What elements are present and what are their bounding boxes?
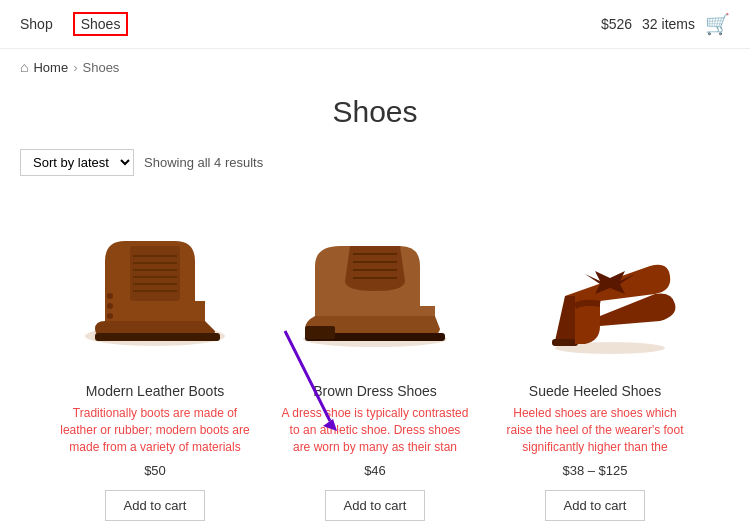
- nav-shoes[interactable]: Shoes: [73, 12, 129, 36]
- product-name-boots: Modern Leather Boots: [86, 383, 225, 399]
- cart-icon[interactable]: 🛒: [705, 12, 730, 36]
- product-description-boots: Traditionally boots are made of leather …: [60, 405, 250, 455]
- product-price-boots: $50: [144, 463, 166, 478]
- product-name-heels: Suede Heeled Shoes: [529, 383, 661, 399]
- add-to-cart-heels[interactable]: Add to cart: [545, 490, 646, 521]
- page-title: Shoes: [0, 85, 750, 144]
- product-image-boots: [65, 201, 245, 371]
- svg-rect-1: [130, 246, 180, 301]
- product-card-dress: Brown Dress Shoes A dress shoe is typica…: [265, 191, 485, 527]
- home-icon: ⌂: [20, 59, 28, 75]
- cart-items-count: 32 items: [642, 16, 695, 32]
- cart-total: $526: [601, 16, 632, 32]
- product-description-heels: Heeled shoes are shoes which raise the h…: [500, 405, 690, 455]
- product-description-dress: A dress shoe is typically contrasted to …: [280, 405, 470, 455]
- product-card-heels: Suede Heeled Shoes Heeled shoes are shoe…: [485, 191, 705, 527]
- sort-select[interactable]: Sort by latest: [20, 149, 134, 176]
- breadcrumb-current: Shoes: [83, 60, 120, 75]
- sort-bar: Sort by latest Showing all 4 results: [0, 144, 750, 191]
- breadcrumb-separator: ›: [73, 60, 77, 75]
- svg-rect-20: [552, 339, 578, 346]
- product-price-heels: $38 – $125: [562, 463, 627, 478]
- product-image-heels: [505, 201, 685, 371]
- breadcrumb-home[interactable]: Home: [33, 60, 68, 75]
- nav-shop[interactable]: Shop: [20, 16, 53, 32]
- add-to-cart-boots[interactable]: Add to cart: [105, 490, 206, 521]
- product-price-dress: $46: [364, 463, 386, 478]
- header-cart-area: $526 32 items 🛒: [601, 12, 730, 36]
- product-name-dress: Brown Dress Shoes: [313, 383, 437, 399]
- breadcrumb: ⌂ Home › Shoes: [0, 49, 750, 85]
- svg-rect-8: [95, 333, 220, 341]
- header-navigation: Shop Shoes: [20, 12, 128, 36]
- svg-point-10: [107, 303, 113, 309]
- svg-rect-18: [305, 326, 335, 339]
- svg-point-9: [107, 313, 113, 319]
- products-grid: Modern Leather Boots Traditionally boots…: [0, 191, 750, 527]
- results-count: Showing all 4 results: [144, 155, 263, 170]
- product-image-dress: [285, 201, 465, 371]
- add-to-cart-dress[interactable]: Add to cart: [325, 490, 426, 521]
- header: Shop Shoes $526 32 items 🛒: [0, 0, 750, 49]
- product-card-boots: Modern Leather Boots Traditionally boots…: [45, 191, 265, 527]
- svg-point-11: [107, 293, 113, 299]
